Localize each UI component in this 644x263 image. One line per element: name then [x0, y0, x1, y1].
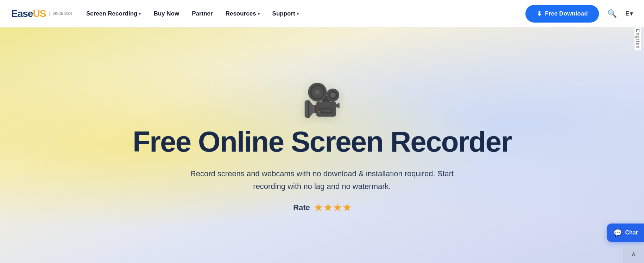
hero-section: 🎥 Free Online Screen Recorder Record scr… — [0, 27, 644, 263]
star-4: ★ — [343, 202, 351, 213]
logo[interactable]: EaseUS SINCE 2004 — [11, 8, 72, 19]
hero-subtitle: Record screens and webcams with no downl… — [181, 167, 463, 192]
language-selector[interactable]: E ▾ — [625, 10, 633, 17]
logo-since: SINCE 2004 — [49, 12, 72, 16]
logo-ease: Ease — [11, 8, 33, 19]
nav-support[interactable]: Support ▾ — [272, 10, 299, 17]
lang-label: E — [625, 11, 629, 17]
chevron-up-icon: ∧ — [631, 250, 636, 258]
chevron-down-icon: ▾ — [630, 10, 633, 17]
chat-button[interactable]: 💬 Chat — [607, 224, 644, 242]
star-3: ★ — [333, 202, 341, 213]
free-download-button[interactable]: ⬇ Free Download — [525, 5, 599, 23]
star-rating: ★ ★ ★ ★ — [314, 202, 351, 213]
star-1: ★ — [314, 202, 322, 213]
camera-icon: 🎥 — [302, 84, 342, 116]
star-2: ★ — [324, 202, 332, 213]
rate-label: Rate — [293, 203, 310, 212]
hero-content: 🎥 Free Online Screen Recorder Record scr… — [133, 84, 511, 213]
navbar: EaseUS SINCE 2004 Screen Recording ▾ Buy… — [0, 0, 644, 27]
nav-links: Screen Recording ▾ Buy Now Partner Resou… — [86, 10, 526, 17]
nav-buy-now[interactable]: Buy Now — [153, 10, 179, 17]
hero-rating: Rate ★ ★ ★ ★ — [293, 202, 351, 213]
nav-screen-recording[interactable]: Screen Recording ▾ — [86, 10, 141, 17]
chevron-down-icon: ▾ — [139, 11, 141, 16]
chevron-down-icon: ▾ — [297, 11, 299, 16]
lang-vertical-text: English — [634, 27, 641, 50]
scroll-to-top-button[interactable]: ∧ — [623, 245, 644, 263]
chat-label: Chat — [625, 230, 638, 236]
nav-right: ⬇ Free Download 🔍 E ▾ — [525, 5, 633, 23]
chat-icon: 💬 — [613, 228, 622, 237]
nav-resources[interactable]: Resources ▾ — [226, 10, 260, 17]
free-download-label: Free Download — [545, 10, 588, 17]
search-icon: 🔍 — [607, 9, 617, 18]
chevron-down-icon: ▾ — [258, 11, 260, 16]
hero-title: Free Online Screen Recorder — [133, 126, 511, 158]
download-icon: ⬇ — [537, 10, 542, 18]
nav-partner[interactable]: Partner — [192, 10, 213, 17]
search-button[interactable]: 🔍 — [605, 8, 620, 20]
logo-us: US — [33, 8, 46, 19]
